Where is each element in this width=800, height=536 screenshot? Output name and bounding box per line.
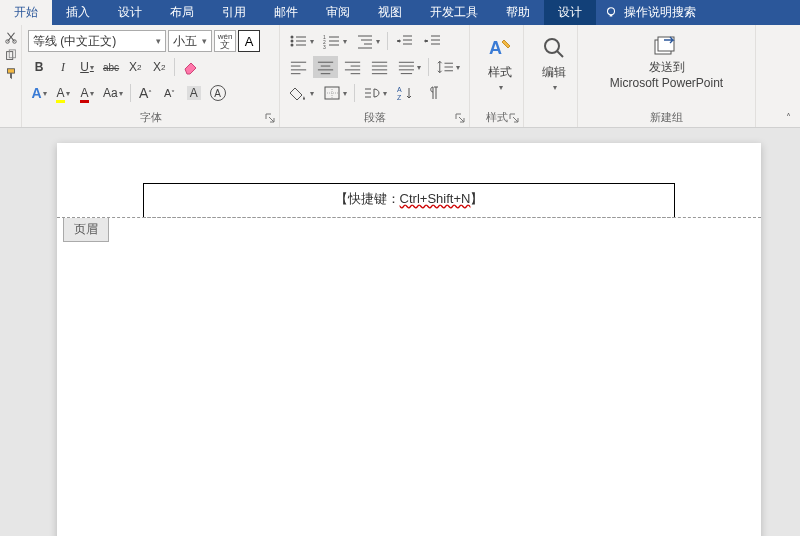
dialog-launcher-icon[interactable]: [508, 112, 520, 124]
italic-button[interactable]: I: [52, 56, 74, 78]
asian-layout-icon: [362, 85, 382, 101]
header-area[interactable]: 【快捷键：Ctrl+Shift+N】: [57, 143, 761, 218]
tab-review[interactable]: 审阅: [312, 0, 364, 25]
numbering-icon: 123: [322, 33, 342, 49]
svg-point-8: [291, 44, 294, 47]
underline-button[interactable]: U▾: [76, 56, 98, 78]
cut-icon[interactable]: [4, 31, 18, 45]
grow-font-button[interactable]: A˄: [135, 82, 157, 104]
bulb-icon: [604, 6, 618, 20]
paragraph-group-label: 段落: [286, 108, 463, 125]
line-spacing-button[interactable]: ▾: [433, 56, 463, 78]
align-right-button[interactable]: [340, 56, 365, 78]
tab-context-design[interactable]: 设计: [544, 0, 596, 25]
header-text[interactable]: 【快捷键：Ctrl+Shift+N】: [335, 190, 484, 208]
sort-button[interactable]: AZ: [392, 82, 418, 104]
character-border-button[interactable]: A: [238, 30, 260, 52]
numbering-button[interactable]: 123▾: [319, 30, 350, 52]
paragraph-group: ▾ 123▾ ▾ ▾ ▾ ▾ ▾ ▾ AZ: [280, 25, 470, 127]
ribbon: 等线 (中文正文) ▾ 小五 ▾ wén文 A B I U▾ abc X2 X2: [0, 25, 800, 128]
editing-button[interactable]: 编辑 ▾: [530, 29, 578, 97]
show-marks-button[interactable]: [420, 82, 446, 104]
align-left-button[interactable]: [286, 56, 311, 78]
document-area: 【快捷键：Ctrl+Shift+N】 页眉: [0, 128, 800, 536]
svg-text:A: A: [397, 86, 402, 93]
header-tag: 页眉: [63, 218, 109, 242]
page[interactable]: 【快捷键：Ctrl+Shift+N】 页眉: [57, 143, 761, 536]
shading-button[interactable]: ▾: [286, 82, 317, 104]
decrease-indent-icon: [395, 33, 415, 49]
multilevel-icon: [355, 33, 375, 49]
send-to-label-1: 发送到: [649, 60, 685, 74]
align-center-icon: [316, 59, 335, 75]
clear-formatting-button[interactable]: [179, 56, 203, 78]
svg-text:A: A: [489, 38, 502, 58]
header-text-suffix: 】: [470, 191, 483, 206]
tab-insert[interactable]: 插入: [52, 0, 104, 25]
justify-icon: [370, 59, 389, 75]
dialog-launcher-icon[interactable]: [264, 112, 276, 124]
svg-point-16: [545, 39, 559, 53]
asian-layout-button[interactable]: ▾: [359, 82, 390, 104]
shrink-font-button[interactable]: A˅: [159, 82, 181, 104]
distributed-button[interactable]: ▾: [394, 56, 424, 78]
font-size-value: 小五: [173, 33, 197, 50]
svg-rect-5: [7, 69, 14, 73]
tab-mailings[interactable]: 邮件: [260, 0, 312, 25]
tab-design[interactable]: 设计: [104, 0, 156, 25]
character-shading-button[interactable]: A: [183, 82, 205, 104]
highlight-button[interactable]: A▾: [52, 82, 74, 104]
subscript-button[interactable]: X2: [124, 56, 146, 78]
format-painter-icon[interactable]: [4, 67, 18, 81]
collapse-ribbon-button[interactable]: ˄: [780, 109, 796, 125]
styles-label: 样式: [488, 64, 512, 81]
tab-developer[interactable]: 开发工具: [416, 0, 492, 25]
copy-icon[interactable]: [4, 49, 18, 63]
paint-bucket-icon: [289, 85, 309, 101]
text-effects-button[interactable]: A▾: [28, 82, 50, 104]
tab-view[interactable]: 视图: [364, 0, 416, 25]
change-case-button[interactable]: Aa▾: [100, 82, 126, 104]
superscript-button[interactable]: X2: [148, 56, 170, 78]
bullets-button[interactable]: ▾: [286, 30, 317, 52]
sort-icon: AZ: [395, 85, 415, 101]
editing-group: 编辑 ▾: [524, 25, 578, 127]
multilevel-list-button[interactable]: ▾: [352, 30, 383, 52]
tab-home[interactable]: 开始: [0, 0, 52, 25]
align-center-button[interactable]: [313, 56, 338, 78]
font-name-value: 等线 (中文正文): [33, 33, 116, 50]
decrease-indent-button[interactable]: [392, 30, 418, 52]
enclose-characters-button[interactable]: A: [207, 82, 229, 104]
header-text-prefix: 【快捷键：: [335, 191, 400, 206]
separator: [387, 32, 388, 50]
dialog-launcher-icon[interactable]: [454, 112, 466, 124]
tab-help[interactable]: 帮助: [492, 0, 544, 25]
tell-me-search[interactable]: 操作说明搜索: [596, 0, 704, 25]
styles-button[interactable]: A 样式 ▾: [476, 29, 524, 97]
distributed-icon: [397, 59, 416, 75]
styles-group: A 样式 ▾ 样式: [470, 25, 524, 127]
font-color-button[interactable]: A▾: [76, 82, 98, 104]
header-text-shortcut: Ctrl+Shift+N: [400, 191, 471, 206]
clipboard-sliver: [0, 25, 22, 127]
svg-point-6: [291, 36, 294, 39]
svg-text:3: 3: [323, 44, 326, 49]
chevron-down-icon: ▾: [553, 83, 557, 92]
bold-button[interactable]: B: [28, 56, 50, 78]
font-size-combo[interactable]: 小五 ▾: [168, 30, 212, 52]
tab-layout[interactable]: 布局: [156, 0, 208, 25]
increase-indent-button[interactable]: [420, 30, 446, 52]
phonetic-guide-button[interactable]: wén文: [214, 30, 236, 52]
header-boundary-line: [57, 217, 761, 218]
send-to-powerpoint-button[interactable]: 发送到 Microsoft PowerPoint: [584, 29, 749, 97]
borders-icon: [322, 85, 342, 101]
font-name-combo[interactable]: 等线 (中文正文) ▾: [28, 30, 166, 52]
borders-button[interactable]: ▾: [319, 82, 350, 104]
justify-button[interactable]: [367, 56, 392, 78]
svg-text:Z: Z: [397, 94, 402, 101]
tab-references[interactable]: 引用: [208, 0, 260, 25]
header-content-box[interactable]: 【快捷键：Ctrl+Shift+N】: [143, 183, 675, 218]
bullets-icon: [289, 33, 309, 49]
strikethrough-button[interactable]: abc: [100, 56, 122, 78]
separator: [428, 58, 429, 76]
